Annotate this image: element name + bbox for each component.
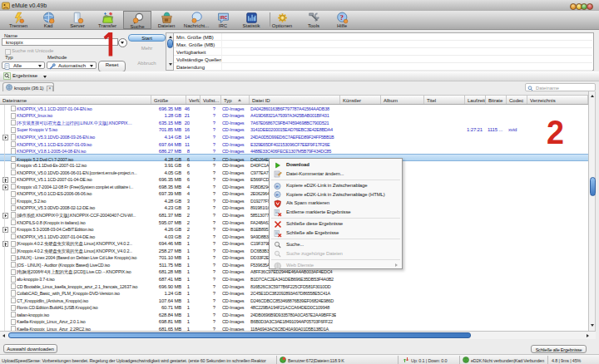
svg-text:IRC: IRC <box>220 15 227 20</box>
svg-text:?: ? <box>339 13 344 22</box>
